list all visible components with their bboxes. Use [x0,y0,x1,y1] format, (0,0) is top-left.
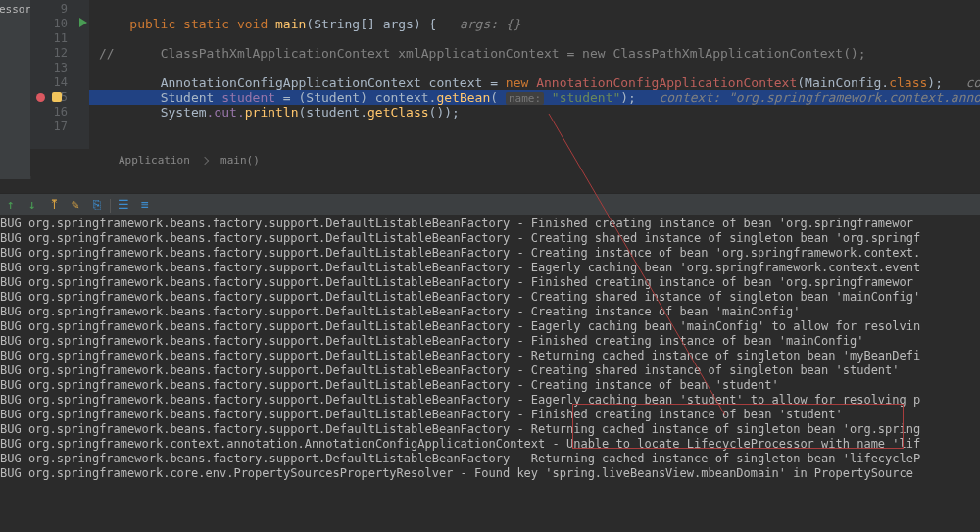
log-line: BUG org.springframework.beans.factory.su… [0,319,980,334]
code-area[interactable]: public static void main(String[] args) {… [89,0,980,149]
code-line[interactable]: AnnotationConfigApplicationContext conte… [89,75,980,90]
run-icon[interactable] [79,18,87,27]
code-line[interactable] [89,31,980,46]
step-down-icon[interactable]: ↓ [22,194,43,216]
chevron-right-icon [201,157,209,165]
wrap-icon[interactable]: ☰ [113,194,134,216]
breadcrumb-item[interactable]: main() [220,154,260,167]
log-line: BUG org.springframework.beans.factory.su… [0,452,980,466]
log-line: BUG org.springframework.core.env.Propert… [0,466,980,481]
line-number[interactable]: 15 [30,90,89,105]
line-number[interactable]: 10 [30,17,89,31]
debug-console[interactable]: BUG org.springframework.beans.factory.su… [0,215,980,532]
code-line[interactable]: Student student = (Student) context.getB… [89,90,980,105]
log-line: BUG org.springframework.beans.factory.su… [0,305,980,319]
line-number[interactable]: 11 [30,31,89,46]
scroll-icon[interactable]: ≡ [134,194,156,216]
step-up-icon[interactable]: ↑ [0,194,22,216]
code-editor: 91011121314151617 public static void mai… [30,0,980,176]
breadcrumb[interactable]: Application main() [119,154,260,167]
gutter: 91011121314151617 [30,0,89,149]
log-line: BUG org.springframework.beans.factory.su… [0,231,980,246]
bulb-icon[interactable] [52,92,62,102]
log-line: BUG org.springframework.beans.factory.su… [0,217,980,231]
code-line[interactable] [89,61,980,75]
line-number[interactable]: 17 [30,120,89,134]
line-number[interactable]: 12 [30,46,89,61]
log-line: BUG org.springframework.beans.factory.su… [0,422,980,437]
log-line: BUG org.springframework.beans.factory.su… [0,261,980,275]
copy-icon[interactable]: ⎘ [86,194,108,216]
editor-side-tab[interactable]: essor [0,0,31,179]
log-line: BUG org.springframework.beans.factory.su… [0,363,980,378]
log-line: BUG org.springframework.beans.factory.su… [0,290,980,305]
log-line: BUG org.springframework.context.annotati… [0,437,980,452]
line-number[interactable]: 14 [30,75,89,90]
line-number[interactable]: 16 [30,105,89,120]
line-number[interactable]: 13 [30,61,89,75]
code-line[interactable] [89,2,980,17]
log-line: BUG org.springframework.beans.factory.su… [0,393,980,408]
breakpoint-icon[interactable] [36,93,45,102]
code-line[interactable] [89,120,980,134]
log-line: BUG org.springframework.beans.factory.su… [0,378,980,393]
export-icon[interactable]: ⤒ [43,194,65,216]
code-line[interactable]: public static void main(String[] args) {… [89,17,980,31]
divider [110,199,111,213]
code-line[interactable]: // ClassPathXmlApplicationContext xmlApp… [89,46,980,61]
log-line: BUG org.springframework.beans.factory.su… [0,246,980,261]
console-toolbar: ↑↓⤒✎⎘☰≡ [0,193,980,217]
breadcrumb-item[interactable]: Application [119,154,190,167]
log-line: BUG org.springframework.beans.factory.su… [0,334,980,349]
line-number[interactable]: 9 [30,2,89,17]
log-line: BUG org.springframework.beans.factory.su… [0,349,980,363]
log-line: BUG org.springframework.beans.factory.su… [0,408,980,422]
edit-icon[interactable]: ✎ [65,194,86,216]
log-line: BUG org.springframework.beans.factory.su… [0,275,980,290]
code-line[interactable]: System.out.println(student.getClass()); [89,105,980,120]
